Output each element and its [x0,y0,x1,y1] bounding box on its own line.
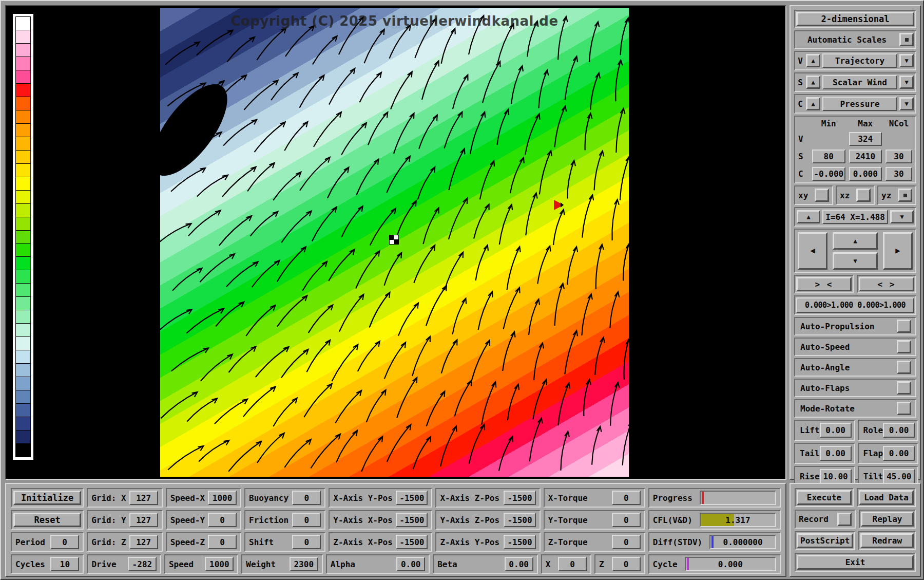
replay-button[interactable]: Replay [861,512,914,527]
trajectory-arrow-icon [527,21,538,57]
minmax-max-value[interactable]: 324 [849,132,882,146]
trajectory-arrow-icon [201,354,233,381]
spinner-up-button[interactable]: ▲ [806,97,820,110]
pan-left-button[interactable]: ◀ [798,232,827,270]
pan-right-button[interactable]: ▶ [883,232,913,270]
tail-value[interactable]: 0.00 [820,446,852,461]
trajectory-arrow-icon [423,208,438,245]
auto-flaps-toggle-button[interactable] [897,381,911,395]
dropdown-button[interactable]: ▼ [899,76,914,89]
beta-value[interactable]: 0.00 [505,557,533,571]
plane-toggle-button-xz[interactable] [856,189,871,202]
x-axis-z-pos-value[interactable]: -1500 [504,491,535,505]
auto-speed-toggle-button[interactable] [897,340,911,353]
record-toggle-button[interactable] [837,513,852,526]
speed-y-value[interactable]: 0 [208,513,237,527]
parameter-panel-bottom: InitializeGrid: X127Speed-X1000Buoyancy0… [5,483,786,577]
pan-up-button[interactable]: ▲ [833,232,878,250]
reset-button[interactable]: Reset [13,513,81,527]
weight-value[interactable]: 2300 [290,557,318,571]
minmax-max-value[interactable]: 2410 [849,149,882,163]
rise-value[interactable]: 10.00 [820,469,852,484]
y-torque-value[interactable]: 0 [612,513,641,527]
postscript-frame: PostScript [795,531,855,550]
z-torque-value[interactable]: 0 [612,535,641,549]
tilt-value[interactable]: 45.00 [883,469,915,484]
spinner-up-button[interactable]: ▲ [806,76,820,89]
trajectory-arrow-icon [621,18,629,55]
x-torque-value[interactable]: 0 [612,491,641,505]
execute-button[interactable]: Execute [797,490,852,505]
y-axis-z-pos-value[interactable]: -1500 [504,513,535,527]
cycles-value[interactable]: 10 [50,557,79,571]
flow-field-plot[interactable]: Copyright (C) 2025 virtuellerwindkanal.d… [160,8,629,477]
speed-z-value[interactable]: 0 [208,535,237,549]
pan-down-button[interactable]: ▼ [833,252,878,270]
initialize-button[interactable]: Initialize [13,491,81,505]
x-value[interactable]: 0 [558,557,587,571]
zoom-out-button[interactable]: < > [859,277,914,291]
grid-y-value[interactable]: 127 [129,513,158,527]
role-value[interactable]: 0.00 [883,423,915,438]
dimension-toggle-button[interactable]: 2-dimensional [796,12,914,26]
progress-label: Progress [653,493,692,503]
grid-z-value[interactable]: 127 [129,535,158,549]
flap-value[interactable]: 0.00 [883,446,915,461]
plane-toggle-button-xy[interactable] [815,189,829,202]
postscript-button[interactable]: PostScript [797,533,853,548]
diff-stdv-value: 0.000000 [710,536,775,548]
parameter-row: Period0Grid: Z127Speed-Z0Shift0Z-Axis X-… [11,532,781,552]
auto-angle-toggle-button[interactable] [897,361,911,374]
y-axis-x-pos-value[interactable]: -1500 [396,513,428,527]
speed-x-value[interactable]: 1000 [208,491,237,505]
toggle-label: Auto-Speed [800,342,850,352]
z-value[interactable]: 0 [612,557,641,571]
contour-quantity-value[interactable]: Pressure [822,97,897,111]
y-axis-z-pos-label: Y-Axis Z-Pos [440,515,499,525]
color-scale-legend [13,14,33,460]
shift-value[interactable]: 0 [292,535,321,549]
minmax-ncol-value[interactable]: 30 [886,149,912,163]
slice-down-button[interactable]: ▼ [890,210,914,223]
range-display-row: 0.000>1.000 0.000>1.000 [794,295,916,315]
z-axis-y-pos-value[interactable]: -1500 [504,535,535,549]
friction-value[interactable]: 0 [292,513,321,527]
exit-button[interactable]: Exit [797,555,914,570]
trajectory-arrow-icon [387,425,411,462]
x-axis-y-pos-value[interactable]: -1500 [396,491,428,505]
load-data-button[interactable]: Load Data [859,490,914,505]
y-torque-cell: Y-Torque0 [544,510,645,530]
speed-y-label: Speed-Y [170,515,205,525]
selector-label-v: V [797,56,804,66]
plane-toggle-button-yz[interactable] [898,189,912,202]
dropdown-button[interactable]: ▼ [899,97,914,110]
automatic-scales-toggle[interactable] [899,33,914,46]
dropdown-button[interactable]: ▼ [899,54,914,67]
z-torque-label: Z-Torque [548,537,588,547]
drive-value[interactable]: -282 [128,557,157,571]
scalar-quantity-value[interactable]: Scalar Wind [822,75,897,89]
redraw-button[interactable]: Redraw [860,533,914,548]
buoyancy-value[interactable]: 0 [292,491,321,505]
vector-quantity-value[interactable]: Trajectory [822,53,897,68]
trajectory-arrow-icon [370,292,390,328]
auto-propulsion-toggle-button[interactable] [897,320,911,333]
trajectory-arrow-icon [226,262,258,287]
mode-rotate-toggle-button[interactable] [897,402,911,415]
lift-value[interactable]: 0.00 [820,423,852,438]
minmax-ncol-value[interactable]: 30 [886,167,912,181]
period-value[interactable]: 0 [50,535,79,549]
grid-x-value[interactable]: 127 [129,491,158,505]
zoom-in-button[interactable]: > < [796,277,852,291]
speed-value[interactable]: 1000 [205,557,234,571]
spinner-up-button[interactable]: ▲ [806,54,820,67]
triangle-up-icon: ▲ [806,214,810,220]
minmax-min-value[interactable]: -0.000 [812,167,845,181]
minmax-min-value[interactable]: 80 [812,149,845,163]
minmax-max-value[interactable]: 0.000 [849,167,882,181]
trajectory-arrow-icon [199,440,229,462]
alpha-value[interactable]: 0.00 [396,557,425,571]
trajectory-arrow-icon [341,123,367,155]
slice-up-button[interactable]: ▲ [797,210,820,223]
z-axis-x-pos-value[interactable]: -1500 [396,535,428,549]
